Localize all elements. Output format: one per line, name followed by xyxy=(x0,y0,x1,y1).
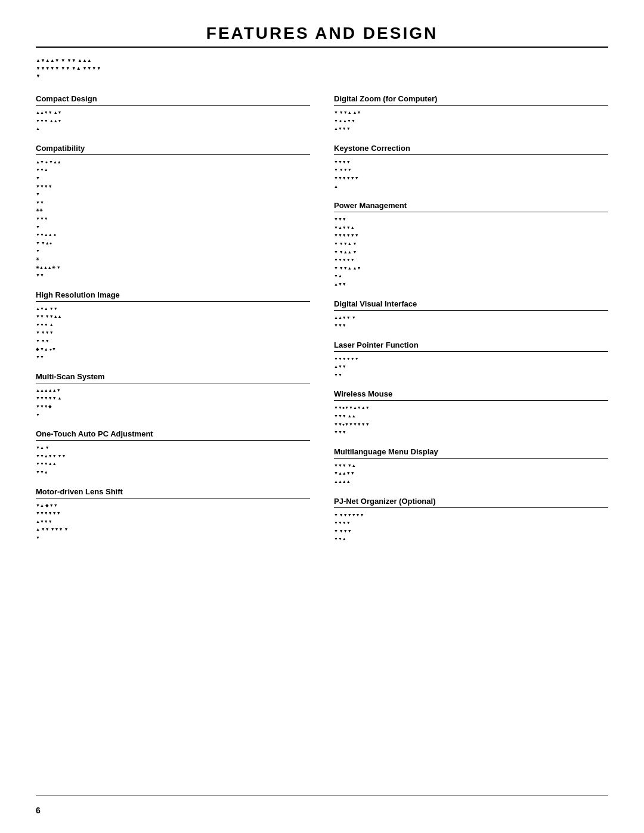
lp-line-1: ▲▼▼ xyxy=(334,363,608,371)
otp-line-3: ▼▼▲ xyxy=(36,469,310,476)
hires-line-5: ◆ ▼▲ ●▼ xyxy=(36,346,310,354)
feature-one-touch: One-Touch Auto PC Adjustment ▼▲ ▼ ▼▼▲▼▼ … xyxy=(36,429,310,476)
footer-divider xyxy=(36,795,608,795)
compat-line-13: ✳ xyxy=(36,256,310,264)
keystone-correction-body: ▼▼▼▼ ▼ ▼▼▼ ▼▼▼▼▼▼ ▲ xyxy=(334,159,608,190)
page-container: FEATURES AND DESIGN ▲▼▲▲▼ ▼ ▼▼ ▲▲▲ ▼▼▼▼▼… xyxy=(0,0,644,833)
feature-digital-visual: Digital Visual Interface ▲▲▼▼ ▼ ▼▼▼ xyxy=(334,299,608,330)
pm-line-3: ▼ ▼▼▲ ▼ xyxy=(334,240,608,248)
hires-line-6: ▼▼ xyxy=(36,354,310,361)
ml2-line-1: ▼▲▲▼▼ xyxy=(334,470,608,478)
otp-line-2: ▼▼▼▲▲ xyxy=(36,460,310,468)
hires-line-0: ▲▼▲ ▼▼ xyxy=(36,305,310,313)
wm-line-3: ▼▼▼ xyxy=(334,429,608,436)
digital-zoom-title: Digital Zoom (for Computer) xyxy=(334,94,608,106)
ml-line-2: ▲▼▼▼ xyxy=(36,518,310,526)
lp-line-2: ▼▼ xyxy=(334,371,608,379)
compact-design-body: ▲▲▼▼ ▲▼ ▼▼▼ ▲▲▼ ▲ xyxy=(36,109,310,133)
compact-design-title: Compact Design xyxy=(36,94,310,106)
one-touch-title: One-Touch Auto PC Adjustment xyxy=(36,429,310,441)
pm-line-1: ▼▲▼▼▲ xyxy=(334,224,608,232)
dz-line-1: ▼ ● ▲▼▼ xyxy=(334,117,608,125)
ml-line-1: ▼▼▼▼▼▼ xyxy=(36,510,310,518)
pm-line-7: ▼▲ xyxy=(334,272,608,280)
compatibility-title: Compatibility xyxy=(36,144,310,155)
compat-line-9: ▼▼▲▲ ● xyxy=(36,231,310,239)
feature-high-resolution: High Resolution Image ▲▼▲ ▼▼ ▼▼ ▼▼▲▲ ▼▼▼… xyxy=(36,290,310,361)
hires-line-3: ▼ ▼▼▼ xyxy=(36,329,310,337)
kc-line-2: ▼▼▼▼▼▼ xyxy=(334,175,608,182)
feature-multi-scan: Multi-Scan System ▲▲▲▲▲▼ ▼▼▼▼▼ ▲ ▼▼▼◆ ▼ xyxy=(36,372,310,419)
feature-multilanguage: Multilanguage Menu Display ▼▼▼ ▼▲ ▼▲▲▼▼ … xyxy=(334,447,608,486)
intro-line-3: ▼ xyxy=(36,73,608,80)
digital-visual-title: Digital Visual Interface xyxy=(334,299,608,311)
multilanguage-body: ▼▼▼ ▼▲ ▼▲▲▼▼ ▲▲▲▲ xyxy=(334,462,608,486)
ml-line-4: ▼ xyxy=(36,534,310,542)
hires-line-4: ▼ ▼▼ xyxy=(36,337,310,345)
feature-compact-design: Compact Design ▲▲▼▼ ▲▼ ▼▼▼ ▲▲▼ ▲ xyxy=(36,94,310,133)
feature-power-management: Power Management ▼▼▼ ▼▲▼▼▲ ▼▼▼▼▼▼ ▼ ▼▼▲ … xyxy=(334,201,608,288)
compat-line-1: ▼▼▲ xyxy=(36,166,310,174)
keystone-correction-title: Keystone Correction xyxy=(334,144,608,155)
compact-line-0: ▲▲▼▼ ▲▼ xyxy=(36,109,310,117)
ml-line-3: ▲ ▼▼ ▼▼▼ ▼ xyxy=(36,526,310,534)
feature-compatibility: Compatibility ▲▼ ● ▼▲▲ ▼▼▲ ▼ ▼▼▼▼ ▼ ▼▼ ✳… xyxy=(36,144,310,280)
right-column: Digital Zoom (for Computer) ▼ ▼▼▲ ▲▼ ▼ ●… xyxy=(334,94,608,554)
compat-line-8: ▼ xyxy=(36,224,310,231)
high-resolution-title: High Resolution Image xyxy=(36,290,310,302)
pj-net-title: PJ-Net Organizer (Optional) xyxy=(334,497,608,508)
compat-line-4: ▼ xyxy=(36,191,310,199)
left-column: Compact Design ▲▲▼▼ ▲▼ ▼▼▼ ▲▲▼ ▲ Compati… xyxy=(36,94,310,554)
wireless-mouse-body: ▼▼●▼▼▲▼▲▼ ▼▼▼ ▲▲ ▼▼●▼▼▼▼▼▼ ▼▼▼ xyxy=(334,404,608,436)
laser-pointer-body: ▼▼▼▼▼▼ ▲▼▼ ▼▼ xyxy=(334,355,608,379)
one-touch-body: ▼▲ ▼ ▼▼▲▼▼ ▼▼ ▼▼▼▲▲ ▼▼▲ xyxy=(36,444,310,476)
page-title-container: FEATURES AND DESIGN xyxy=(36,24,608,43)
compat-line-6: ✳✳ xyxy=(36,207,310,215)
laser-pointer-title: Laser Pointer Function xyxy=(334,340,608,352)
dz-line-0: ▼ ▼▼▲ ▲▼ xyxy=(334,109,608,117)
feature-laser-pointer: Laser Pointer Function ▼▼▼▼▼▼ ▲▼▼ ▼▼ xyxy=(334,340,608,379)
otp-line-0: ▼▲ ▼ xyxy=(36,444,310,452)
pm-line-2: ▼▼▼▼▼▼ xyxy=(334,232,608,240)
compat-line-10: ▼ ▼▲● xyxy=(36,240,310,247)
title-divider xyxy=(36,47,608,48)
dvi-line-0: ▲▲▼▼ ▼ xyxy=(334,314,608,322)
compat-line-7: ▼▼▼ xyxy=(36,215,310,223)
high-resolution-body: ▲▼▲ ▼▼ ▼▼ ▼▼▲▲ ▼▼▼ ▲ ▼ ▼▼▼ ▼ ▼▼ ◆ ▼▲ ●▼ … xyxy=(36,305,310,361)
motor-lens-body: ▼▲ ◆ ▼▼ ▼▼▼▼▼▼ ▲▼▼▼ ▲ ▼▼ ▼▼▼ ▼ ▼ xyxy=(36,502,310,542)
motor-lens-title: Motor-driven Lens Shift xyxy=(36,487,310,498)
feature-wireless-mouse: Wireless Mouse ▼▼●▼▼▲▼▲▼ ▼▼▼ ▲▲ ▼▼●▼▼▼▼▼… xyxy=(334,389,608,436)
multi-scan-title: Multi-Scan System xyxy=(36,372,310,383)
page-title: FEATURES AND DESIGN xyxy=(36,24,608,43)
digital-zoom-body: ▼ ▼▼▲ ▲▼ ▼ ● ▲▼▼ ▲▼▼▼ xyxy=(334,109,608,133)
compatibility-body: ▲▼ ● ▼▲▲ ▼▼▲ ▼ ▼▼▼▼ ▼ ▼▼ ✳✳ ▼▼▼ ▼ ▼▼▲▲ ●… xyxy=(36,159,310,280)
compat-line-12: ▼ xyxy=(36,247,310,255)
ml2-line-0: ▼▼▼ ▼▲ xyxy=(334,462,608,470)
wm-line-2: ▼▼●▼▼▼▼▼▼ xyxy=(334,421,608,429)
mscan-line-4: ▼ xyxy=(36,411,310,419)
pjn-line-2: ▼ ▼▼▼ xyxy=(334,528,608,535)
feature-motor-lens: Motor-driven Lens Shift ▼▲ ◆ ▼▼ ▼▼▼▼▼▼ ▲… xyxy=(36,487,310,542)
compat-line-0: ▲▼ ● ▼▲▲ xyxy=(36,159,310,166)
pjn-line-3: ▼▼▲ xyxy=(334,535,608,543)
page-number: 6 xyxy=(36,806,41,815)
intro-line-2: ▼▼▼▼▼ ▼▼ ▼▲ ▼▼▼▼ xyxy=(36,65,608,72)
digital-visual-body: ▲▲▼▼ ▼ ▼▼▼ xyxy=(334,314,608,330)
mscan-line-0: ▲▲▲▲▲▼ xyxy=(36,387,310,395)
feature-pj-net: PJ-Net Organizer (Optional) ▼ ▼▼▼▼▼▼ ▼▼▼… xyxy=(334,497,608,543)
hires-line-1: ▼▼ ▼▼▲▲ xyxy=(36,313,310,321)
pm-line-0: ▼▼▼ xyxy=(334,216,608,224)
pj-net-body: ▼ ▼▼▼▼▼▼ ▼▼▼▼ ▼ ▼▼▼ ▼▼▲ xyxy=(334,512,608,543)
pm-line-8: ▲▼▼ xyxy=(334,281,608,289)
mscan-line-2: ▼▼▼◆ xyxy=(36,403,310,411)
dvi-line-1: ▼▼▼ xyxy=(334,322,608,330)
multilanguage-title: Multilanguage Menu Display xyxy=(334,447,608,459)
wm-line-0: ▼▼●▼▼▲▼▲▼ xyxy=(334,404,608,412)
feature-digital-zoom: Digital Zoom (for Computer) ▼ ▼▼▲ ▲▼ ▼ ●… xyxy=(334,94,608,133)
pm-line-5: ▼▼▼▼▼ xyxy=(334,256,608,264)
ml2-line-2: ▲▲▲▲ xyxy=(334,478,608,486)
lp-line-0: ▼▼▼▼▼▼ xyxy=(334,355,608,363)
compat-line-15: ▼▼ xyxy=(36,272,310,280)
compat-line-3: ▼▼▼▼ xyxy=(36,183,310,191)
compact-line-1: ▼▼▼ ▲▲▼ xyxy=(36,117,310,125)
